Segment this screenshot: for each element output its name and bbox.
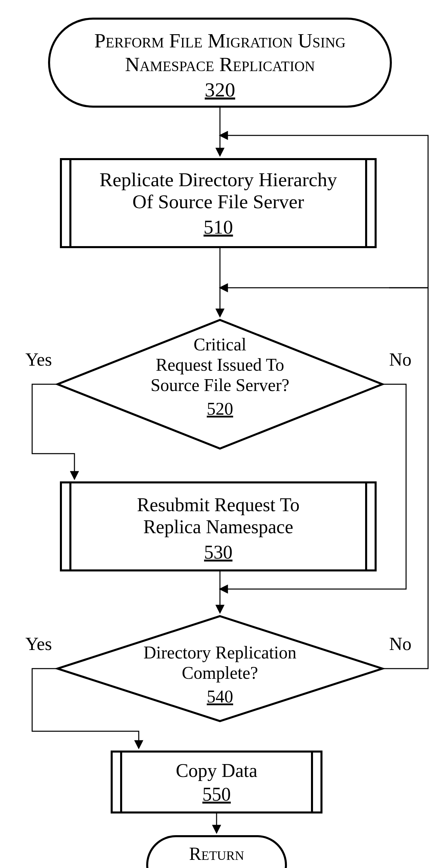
complete-line1: Directory Replication: [143, 643, 296, 662]
node-resubmit: Resubmit Request To Replica Namespace 53…: [61, 482, 376, 570]
complete-no: No: [389, 634, 411, 654]
resubmit-line1: Resubmit Request To: [137, 494, 299, 515]
node-return: Return 595: [147, 836, 286, 868]
critical-line1: Critical: [194, 335, 246, 354]
resubmit-num: 530: [204, 542, 232, 563]
return-num: 595: [203, 866, 230, 868]
critical-line2: Request Issued To: [156, 355, 284, 374]
critical-num: 520: [207, 399, 233, 418]
complete-line2: Complete?: [182, 663, 258, 682]
critical-line3: Source File Server?: [151, 375, 289, 395]
copy-line1: Copy Data: [176, 760, 257, 781]
complete-yes: Yes: [25, 634, 52, 654]
complete-num: 540: [207, 687, 233, 706]
critical-yes: Yes: [25, 349, 52, 370]
node-start: Perform File Migration Using Namespace R…: [49, 19, 391, 107]
start-line2: Namespace Replication: [125, 53, 315, 75]
node-complete: Directory Replication Complete? 540: [58, 616, 382, 721]
replicate-line2: Of Source File Server: [132, 191, 304, 213]
node-copy: Copy Data 550: [112, 752, 321, 812]
copy-num: 550: [202, 784, 231, 805]
return-line1: Return: [189, 844, 244, 864]
resubmit-line2: Replica Namespace: [143, 516, 293, 537]
node-replicate: Replicate Directory Hierarchy Of Source …: [61, 159, 376, 247]
replicate-num: 510: [204, 216, 233, 238]
start-num: 320: [205, 79, 235, 101]
replicate-line1: Replicate Directory Hierarchy: [99, 169, 337, 191]
flowchart: Perform File Migration Using Namespace R…: [0, 0, 446, 868]
start-line1: Perform File Migration Using: [94, 29, 346, 52]
node-critical: Critical Request Issued To Source File S…: [58, 320, 382, 449]
critical-no: No: [389, 349, 411, 370]
